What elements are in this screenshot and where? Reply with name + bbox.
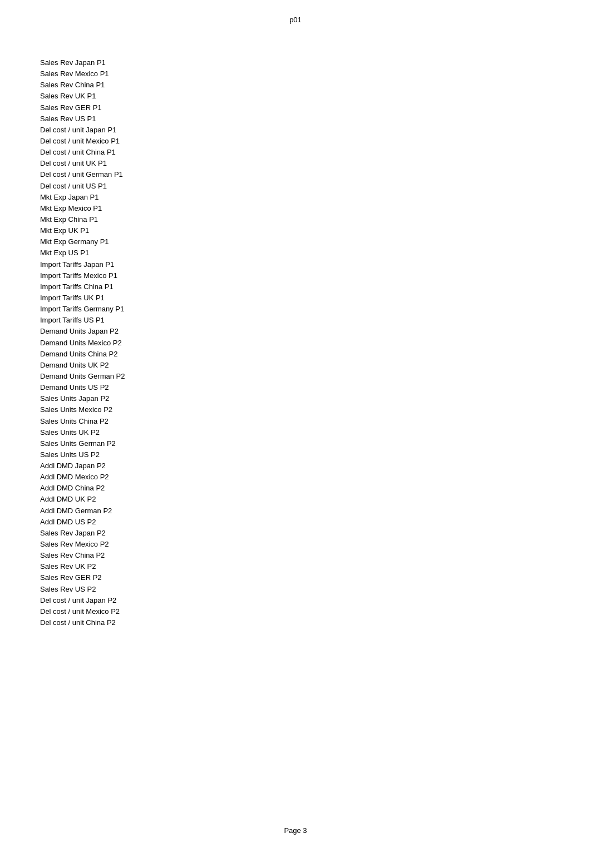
list-item: Addl DMD US P2 (40, 517, 591, 528)
list-item: Demand Units China P2 (40, 349, 591, 360)
list-item: Sales Rev China P1 (40, 80, 591, 91)
list-item: Demand Units UK P2 (40, 360, 591, 371)
content-area: Sales Rev Japan P1Sales Rev Mexico P1Sal… (0, 24, 591, 628)
list-item: Sales Rev UK P2 (40, 561, 591, 572)
list-item: Addl DMD Japan P2 (40, 460, 591, 472)
list-item: Demand Units Japan P2 (40, 326, 591, 337)
list-item: Sales Units US P2 (40, 449, 591, 460)
list-item: Sales Units China P2 (40, 416, 591, 427)
list-item: Sales Rev China P2 (40, 550, 591, 561)
list-item: Import Tariffs Mexico P1 (40, 270, 591, 281)
list-item: Sales Rev GER P1 (40, 102, 591, 113)
list-item: Sales Rev Japan P1 (40, 57, 591, 68)
page-header-label: p01 (289, 16, 302, 24)
list-item: Sales Rev UK P1 (40, 91, 591, 102)
list-item: Addl DMD Mexico P2 (40, 472, 591, 483)
list-item: Del cost / unit China P1 (40, 147, 591, 158)
list-item: Mkt Exp China P1 (40, 214, 591, 225)
list-item: Import Tariffs US P1 (40, 315, 591, 326)
list-item: Mkt Exp Japan P1 (40, 192, 591, 203)
list-item: Addl DMD UK P2 (40, 494, 591, 505)
list-item: Del cost / unit US P1 (40, 181, 591, 192)
list-item: Mkt Exp Germany P1 (40, 236, 591, 247)
list-item: Sales Units Mexico P2 (40, 404, 591, 415)
list-item: Import Tariffs Germany P1 (40, 304, 591, 315)
list-item: Sales Rev US P1 (40, 113, 591, 125)
list-item: Mkt Exp UK P1 (40, 225, 591, 236)
list-item: Sales Rev GER P2 (40, 572, 591, 583)
list-item: Mkt Exp Mexico P1 (40, 203, 591, 214)
list-item: Del cost / unit Mexico P1 (40, 136, 591, 147)
page-footer: Page 3 (0, 826, 591, 835)
list-item: Mkt Exp US P1 (40, 247, 591, 259)
list-item: Import Tariffs UK P1 (40, 292, 591, 304)
list-item: Del cost / unit China P2 (40, 617, 591, 628)
list-item: Sales Rev Mexico P2 (40, 539, 591, 550)
list-item: Del cost / unit Japan P1 (40, 125, 591, 136)
list-item: Addl DMD German P2 (40, 505, 591, 517)
list-item: Del cost / unit UK P1 (40, 158, 591, 169)
list-item: Addl DMD China P2 (40, 483, 591, 494)
list-item: Del cost / unit Mexico P2 (40, 606, 591, 617)
list-item: Sales Rev US P2 (40, 584, 591, 595)
list-item: Sales Units UK P2 (40, 427, 591, 438)
list-item: Del cost / unit Japan P2 (40, 595, 591, 606)
list-item: Demand Units US P2 (40, 382, 591, 393)
page-footer-label: Page 3 (284, 826, 307, 835)
page-header: p01 (0, 0, 591, 24)
list-item: Del cost / unit German P1 (40, 169, 591, 180)
list-item: Sales Units Japan P2 (40, 393, 591, 404)
list-item: Demand Units German P2 (40, 371, 591, 382)
list-item: Demand Units Mexico P2 (40, 338, 591, 349)
list-item: Sales Units German P2 (40, 438, 591, 449)
list-item: Import Tariffs Japan P1 (40, 259, 591, 270)
list-item: Sales Rev Mexico P1 (40, 68, 591, 80)
list-item: Sales Rev Japan P2 (40, 528, 591, 539)
list-item: Import Tariffs China P1 (40, 281, 591, 292)
